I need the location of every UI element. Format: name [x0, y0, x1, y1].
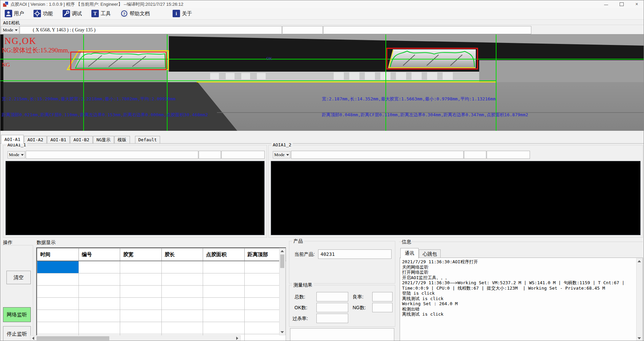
table-cell[interactable]	[37, 310, 79, 322]
minimize-button[interactable]	[599, 0, 614, 8]
user-icon	[5, 10, 12, 17]
overkill-label: 过杀率:	[292, 316, 308, 322]
table-cell[interactable]	[161, 322, 203, 334]
info-tab-comm[interactable]: 通讯	[400, 248, 419, 259]
table-row	[37, 261, 286, 273]
data-display-label: 数据显示	[37, 240, 55, 246]
table-vscrollbar[interactable]	[279, 248, 286, 335]
camera-group-label: AOI相机	[3, 20, 20, 26]
tab-ng-display[interactable]: NG显示	[93, 136, 114, 144]
yield-field	[372, 292, 393, 301]
aoia1-2-mode-dropdown[interactable]: Mode	[273, 151, 290, 159]
total-label: 总数:	[294, 294, 305, 300]
tab-aoi-a2[interactable]: AOI-A2	[24, 136, 47, 144]
table-cell[interactable]	[120, 298, 162, 310]
table-cell[interactable]	[37, 273, 79, 286]
table-cell[interactable]	[161, 298, 203, 310]
stop-listen-button[interactable]: 停止监听	[3, 326, 31, 341]
svg-text:i: i	[176, 11, 177, 16]
log-line: 检测出错	[402, 307, 635, 312]
table-cell[interactable]	[161, 261, 203, 273]
table-cell[interactable]	[161, 286, 203, 298]
data-table[interactable]: 时间编号胶宽胶长点胶面积距离顶部	[37, 248, 286, 341]
tab-aoi-b1[interactable]: AOI-B1	[47, 136, 70, 144]
table-cell[interactable]	[203, 261, 245, 273]
table-cell[interactable]	[161, 273, 203, 286]
network-listen-button[interactable]: 网络监听	[3, 307, 31, 322]
log-line: 2021/7/29 11:36:30——>Working Set: VM:523…	[402, 280, 635, 286]
column-header-2[interactable]: 胶宽	[120, 248, 162, 261]
table-row	[37, 273, 286, 286]
table-cell[interactable]	[120, 261, 162, 273]
toolbar-help-button[interactable]: ? 帮助文档	[119, 9, 151, 18]
table-cell[interactable]	[79, 310, 120, 322]
toolbar-about-button[interactable]: i 关于	[171, 9, 193, 18]
title-bar: 点胶AOI [ Version : 1.0.0.9 ] 程序 【当前用户: En…	[0, 0, 644, 8]
table-row	[37, 298, 286, 310]
info-tab-heartbeat[interactable]: 心跳包	[419, 249, 441, 258]
table-cell[interactable]	[37, 261, 79, 273]
close-button[interactable]: ×	[629, 0, 644, 8]
table-cell[interactable]	[79, 322, 120, 334]
table-cell[interactable]	[161, 310, 203, 322]
chevron-down-icon	[21, 154, 24, 156]
total-field	[316, 292, 348, 301]
table-cell[interactable]	[79, 273, 120, 286]
log-line: 2021/7/29 11:36:30:AOI程序打开	[402, 259, 635, 265]
table-cell[interactable]	[79, 286, 120, 298]
table-cell[interactable]	[203, 322, 245, 334]
table-cell[interactable]	[37, 286, 79, 298]
toolbar-tools-button[interactable]: T 工具	[90, 9, 112, 18]
column-header-0[interactable]: 时间	[37, 248, 79, 261]
log-vscrollbar[interactable]	[636, 258, 643, 341]
camera-mode-dropdown[interactable]: Mode	[1, 26, 19, 34]
aoia1-2-field-2	[464, 151, 486, 159]
table-row	[37, 310, 286, 322]
table-cell[interactable]	[120, 286, 162, 298]
overlay-right-measure-line2: 距离顶部0.048mm,距离CF层0.110mm,距离左边界0.304mm,距离…	[322, 112, 528, 118]
table-cell[interactable]	[37, 298, 79, 310]
table-cell[interactable]	[79, 261, 120, 273]
table-hscrollbar[interactable]	[30, 335, 241, 341]
toolbar-user-button[interactable]: 用户	[3, 9, 25, 18]
panel-aoia1-2: AOIA1_2 Mode	[268, 145, 643, 238]
column-header-3[interactable]: 胶长	[161, 248, 203, 261]
aoia1-1-image-view[interactable]	[5, 161, 265, 235]
overlay-left-measure-line2: 距离顶部0.021mm,距离CF层0.110mm,距离左边界0.153mm,距离…	[2, 112, 208, 118]
data-table-container: 时间编号胶宽胶长点胶面积距离顶部	[36, 247, 286, 341]
table-cell[interactable]	[203, 298, 245, 310]
toolbar-debug-button[interactable]: 调试	[61, 9, 83, 18]
column-header-1[interactable]: 编号	[79, 248, 120, 261]
tab-aoi-b2[interactable]: AOI-B2	[70, 136, 93, 144]
table-cell[interactable]	[120, 273, 162, 286]
table-cell[interactable]	[120, 310, 162, 322]
wrench-icon	[63, 10, 70, 17]
panel-aoia1-1: AOIA1_1 Mode	[3, 145, 267, 238]
current-product-field[interactable]: 40231	[318, 249, 392, 259]
column-header-4[interactable]: 点胶面积	[203, 248, 245, 261]
log-line: 打开网络监听	[402, 270, 635, 275]
maximize-button[interactable]	[614, 0, 629, 8]
table-cell[interactable]	[37, 322, 79, 334]
table-row	[37, 286, 286, 298]
table-cell[interactable]	[120, 322, 162, 334]
aoia1-1-field-2	[199, 151, 221, 159]
table-cell[interactable]	[79, 298, 120, 310]
tools-icon: T	[91, 10, 99, 17]
table-cell[interactable]	[203, 286, 245, 298]
log-line: 离线测试 is click	[402, 312, 635, 317]
results-group-label: 测量结果	[292, 282, 314, 288]
tab-template[interactable]: 模版	[114, 136, 130, 144]
comm-log[interactable]: 2021/7/29 11:36:30:AOI程序打开关闭网络监听打开网络监听开启…	[400, 258, 643, 341]
table-cell[interactable]	[203, 310, 245, 322]
tab-divider	[0, 143, 644, 144]
aoia1-1-mode-dropdown[interactable]: Mode	[7, 151, 25, 159]
toolbar-function-button[interactable]: 功能	[32, 9, 54, 18]
clear-button[interactable]: 清空	[6, 271, 31, 284]
tab-default[interactable]: Default	[135, 136, 160, 144]
table-cell[interactable]	[203, 273, 245, 286]
aoia1-2-image-view[interactable]	[271, 161, 641, 235]
tab-aoi-a1[interactable]: AOI-A1	[1, 135, 24, 144]
log-line: Time:0:0:9 | CPU:0 | 线程数:67 | 提交大小:123M …	[402, 286, 635, 291]
camera-image-view[interactable]: NG,OK NG:胶体过长:15.290mm, NG OK 宽:2.215mm,…	[0, 34, 644, 131]
